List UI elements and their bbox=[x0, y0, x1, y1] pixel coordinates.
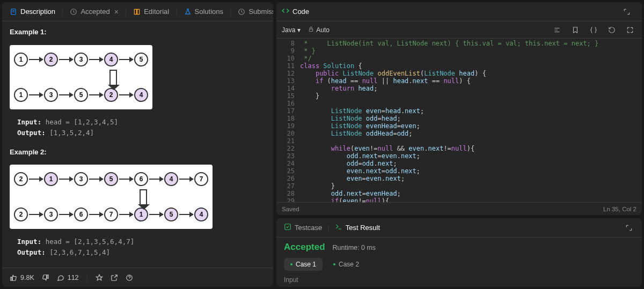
language-selector[interactable]: Java ▾ bbox=[282, 26, 301, 34]
status-dot-icon bbox=[333, 263, 335, 265]
code-header: Code bbox=[276, 2, 642, 21]
book-icon bbox=[133, 8, 141, 16]
tab-solutions[interactable]: Solutions bbox=[179, 4, 229, 19]
comments-button[interactable]: 112 bbox=[57, 274, 79, 281]
star-button[interactable] bbox=[96, 274, 103, 281]
result-panel: Testcase | Test Result Accepted Runtime:… bbox=[276, 218, 642, 287]
case-2-tab[interactable]: Case 2 bbox=[327, 258, 365, 271]
example-2-diagram: 21356472367154 bbox=[10, 165, 213, 229]
example-1-io: Input: head = [1,2,3,4,5] Output: [1,3,5… bbox=[17, 117, 266, 138]
like-count: 9.8K bbox=[20, 274, 34, 281]
flask-icon bbox=[184, 8, 192, 16]
code-icon bbox=[282, 7, 289, 16]
tab-submissions[interactable]: Submissions bbox=[232, 4, 273, 19]
result-body[interactable]: Accepted Runtime: 0 ms Case 1 Case 2 Inp… bbox=[276, 238, 642, 287]
tab-testcase[interactable]: Testcase bbox=[280, 221, 326, 234]
code-toolbar: Java ▾ Auto bbox=[276, 21, 642, 39]
history-icon bbox=[70, 8, 77, 16]
result-tabs: Testcase | Test Result bbox=[276, 218, 642, 238]
status-accepted: Accepted bbox=[284, 242, 325, 253]
description-panel: Description | Accepted × | Editorial | S… bbox=[2, 2, 273, 287]
auto-toggle[interactable]: Auto bbox=[308, 26, 330, 34]
lock-icon bbox=[308, 26, 314, 34]
format-icon[interactable] bbox=[551, 24, 564, 36]
tab-accepted[interactable]: Accepted × bbox=[64, 4, 123, 19]
desc-tabs: Description | Accepted × | Editorial | S… bbox=[2, 2, 273, 21]
check-box-icon bbox=[284, 223, 291, 232]
like-button[interactable]: 9.8K bbox=[10, 274, 34, 281]
code-panel: Code Java ▾ Auto bbox=[276, 2, 642, 215]
expand-icon[interactable] bbox=[623, 221, 635, 234]
comment-count: 112 bbox=[68, 274, 79, 281]
expand-icon[interactable] bbox=[620, 5, 633, 18]
tab-label: Description bbox=[20, 8, 55, 16]
example-2-title: Example 2: bbox=[10, 147, 266, 158]
description-content[interactable]: Example 1: 1234513524 Input: head = [1,2… bbox=[2, 21, 273, 268]
example-1-title: Example 1: bbox=[10, 27, 266, 38]
share-button[interactable] bbox=[111, 274, 118, 281]
braces-icon[interactable] bbox=[587, 24, 600, 36]
code-title-label: Code bbox=[292, 8, 309, 16]
tab-editorial[interactable]: Editorial bbox=[128, 4, 174, 19]
cursor-position: Ln 35, Col 2 bbox=[603, 206, 636, 212]
bookmark-icon[interactable] bbox=[569, 24, 582, 36]
runtime-label: Runtime: 0 ms bbox=[333, 244, 376, 251]
chevron-down-icon: ▾ bbox=[297, 26, 301, 34]
case-1-tab[interactable]: Case 1 bbox=[284, 258, 323, 271]
tab-testresult[interactable]: Test Result bbox=[331, 221, 384, 234]
input-label: Input bbox=[284, 276, 634, 284]
terminal-icon bbox=[335, 223, 342, 232]
status-dot-icon bbox=[290, 263, 292, 265]
tab-label: Submissions bbox=[248, 8, 273, 16]
clock-icon bbox=[238, 8, 245, 16]
status-bar: Saved Ln 35, Col 2 bbox=[276, 202, 642, 215]
document-icon bbox=[10, 8, 17, 16]
help-button[interactable] bbox=[126, 274, 133, 281]
tab-label: Accepted bbox=[80, 8, 109, 16]
svg-rect-13 bbox=[285, 224, 291, 230]
example-2-io: Input: head = [2,1,3,5,6,4,7] Output: [2… bbox=[17, 236, 266, 258]
fullscreen-icon[interactable] bbox=[624, 24, 636, 36]
code-editor[interactable]: 8910111213141516171819202122232425262728… bbox=[276, 39, 642, 202]
reset-icon[interactable] bbox=[605, 24, 618, 36]
example-1-diagram: 1234513524 bbox=[10, 45, 152, 109]
tab-label: Editorial bbox=[144, 8, 169, 16]
svg-rect-9 bbox=[310, 29, 313, 32]
description-footer: 9.8K 112 | bbox=[2, 268, 273, 287]
saved-status: Saved bbox=[282, 206, 299, 212]
dislike-button[interactable] bbox=[42, 274, 49, 281]
tab-label: Solutions bbox=[195, 8, 223, 16]
tab-description[interactable]: Description bbox=[4, 4, 61, 19]
close-icon[interactable]: × bbox=[114, 8, 119, 16]
